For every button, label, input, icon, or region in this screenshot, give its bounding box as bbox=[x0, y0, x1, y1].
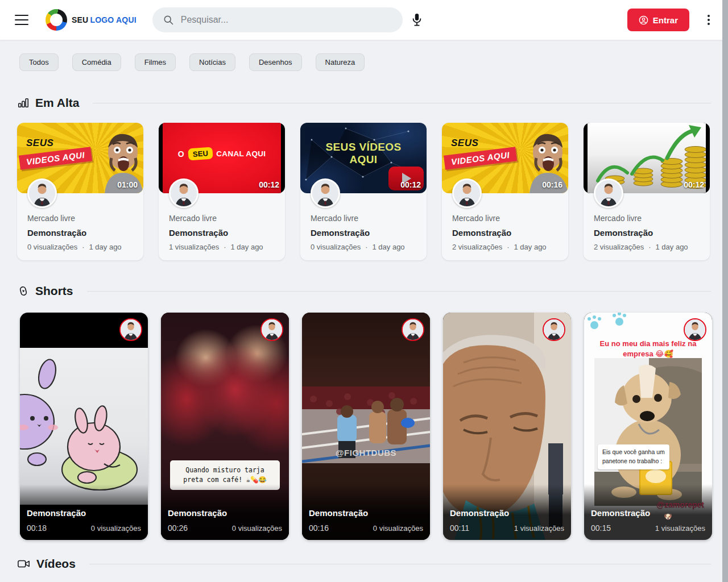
videos-section-header: Vídeos bbox=[17, 557, 711, 571]
short-watermark: @FIGHTDUBS bbox=[302, 448, 430, 458]
meta-separator: · bbox=[224, 243, 226, 251]
short-views: 0 visualizações bbox=[373, 524, 423, 533]
logo-text: SEULOGO AQUI bbox=[72, 15, 136, 24]
more-options-icon[interactable] bbox=[704, 13, 713, 27]
short-overlay: Demonstração 00:15 1 visualizações bbox=[584, 484, 712, 540]
channel-name[interactable]: Mercado livre bbox=[594, 214, 700, 223]
short-views: 0 visualizações bbox=[232, 524, 282, 533]
video-duration: 00:16 bbox=[542, 180, 562, 189]
short-title: Demonstração bbox=[168, 508, 282, 518]
mic-icon[interactable] bbox=[411, 13, 423, 27]
chip-todos[interactable]: Todos bbox=[19, 53, 59, 71]
short-card[interactable]: Demonstração 00:18 0 visualizações bbox=[20, 313, 148, 540]
video-age: 1 day ago bbox=[231, 243, 263, 251]
signin-button[interactable]: Entrar bbox=[627, 9, 689, 31]
view-count: 2 visualizações bbox=[452, 243, 502, 251]
trending-section-header: Em Alta bbox=[17, 96, 711, 110]
trending-section-title: Em Alta bbox=[35, 96, 79, 110]
channel-avatar[interactable] bbox=[452, 178, 482, 208]
short-channel-avatar[interactable] bbox=[260, 318, 283, 341]
video-title[interactable]: Demonstração bbox=[311, 228, 416, 238]
menu-icon[interactable] bbox=[15, 15, 28, 25]
channel-avatar[interactable] bbox=[169, 178, 198, 208]
channel-avatar[interactable] bbox=[27, 178, 57, 208]
short-duration: 00:15 bbox=[591, 523, 611, 533]
chip-filmes[interactable]: Filmes bbox=[135, 53, 176, 71]
channel-name[interactable]: Mercado livre bbox=[27, 214, 133, 223]
meta-separator: · bbox=[507, 243, 509, 251]
video-age: 1 day ago bbox=[373, 243, 405, 251]
video-title[interactable]: Demonstração bbox=[169, 228, 275, 238]
channel-name[interactable]: Mercado livre bbox=[311, 214, 416, 223]
short-channel-avatar[interactable] bbox=[402, 318, 424, 341]
short-card[interactable]: @FIGHTDUBS Demonstração 00:16 0 visualiz… bbox=[302, 313, 430, 540]
trending-icon bbox=[17, 97, 30, 109]
view-count: 2 visualizações bbox=[594, 243, 644, 251]
logo-text-part1: SEU bbox=[72, 15, 88, 24]
short-card[interactable]: Eu no meu dia mais feliz na empresa 😂🥰 E… bbox=[584, 313, 712, 540]
short-title: Demonstração bbox=[450, 508, 564, 518]
short-caption-line: panetone no trabalho : bbox=[602, 457, 665, 466]
short-channel-avatar[interactable] bbox=[119, 318, 142, 341]
trending-video-card[interactable]: SEUS VIDEOS AQUI 01:00 Mercado livre Dem… bbox=[17, 123, 143, 260]
channel-avatar[interactable] bbox=[311, 178, 340, 208]
thumb-banner-text: VIDEOS AQUI bbox=[19, 147, 92, 169]
video-meta: 1 visualizações · 1 day ago bbox=[169, 243, 275, 251]
person-icon bbox=[639, 15, 648, 25]
video-age: 1 day ago bbox=[89, 243, 122, 251]
category-chips: Todos Comédia Filmes Notícias Desenhos N… bbox=[0, 40, 728, 71]
shorts-icon bbox=[17, 285, 30, 297]
video-meta: 2 visualizações · 1 day ago bbox=[594, 243, 700, 251]
shorts-section-title: Shorts bbox=[35, 284, 73, 298]
section-divider bbox=[89, 564, 711, 564]
trending-video-card[interactable]: SEUS VIDEOS AQUI 00:16 Mercado livre Dem… bbox=[442, 123, 568, 260]
video-meta: 0 visualizações · 1 day ago bbox=[311, 243, 416, 251]
dog-emoji: 🐶 bbox=[664, 513, 672, 521]
short-duration: 00:26 bbox=[168, 523, 188, 533]
video-title[interactable]: Demonstração bbox=[27, 228, 133, 238]
search-bar[interactable] bbox=[152, 7, 403, 32]
site-logo[interactable]: SEULOGO AQUI bbox=[46, 9, 136, 31]
video-title[interactable]: Demonstração bbox=[452, 228, 558, 238]
short-title: Demonstração bbox=[27, 508, 141, 518]
trending-video-card[interactable]: 00:12 Mercado livre Demonstração 2 visua… bbox=[584, 123, 710, 260]
short-channel-avatar[interactable] bbox=[543, 318, 565, 341]
video-title[interactable]: Demonstração bbox=[594, 228, 700, 238]
channel-name[interactable]: Mercado livre bbox=[169, 214, 275, 223]
search-input[interactable] bbox=[181, 15, 392, 25]
channel-name[interactable]: Mercado livre bbox=[452, 214, 558, 223]
thumb-text: SEUS bbox=[26, 138, 53, 149]
chip-desenhos[interactable]: Desenhos bbox=[249, 53, 302, 71]
short-channel-avatar[interactable] bbox=[684, 318, 706, 341]
chip-noticias[interactable]: Notícias bbox=[189, 53, 235, 71]
trending-video-card[interactable]: SEUS VÍDEOS AQUI 00:12 Mercado livre Dem… bbox=[300, 123, 427, 260]
short-card[interactable]: Quando misturo tarja preta com café! ☕💊😂… bbox=[161, 313, 289, 540]
section-divider bbox=[93, 103, 711, 103]
short-title: Demonstração bbox=[309, 508, 423, 518]
thumb-text: SEUS bbox=[451, 138, 478, 149]
logo-swirl-icon bbox=[46, 9, 67, 31]
search-icon bbox=[163, 14, 174, 26]
short-card[interactable]: Demonstração 00:11 1 visualizações bbox=[443, 313, 571, 540]
video-age: 1 day ago bbox=[656, 243, 688, 251]
view-count: 1 visualizações bbox=[169, 243, 219, 251]
video-duration: 00:12 bbox=[259, 180, 279, 189]
chip-comedia[interactable]: Comédia bbox=[72, 53, 121, 71]
trending-video-card[interactable]: O SEU CANAL AQUI 00:12 Mercado livre Dem… bbox=[159, 123, 285, 260]
video-duration: 01:00 bbox=[117, 180, 138, 189]
chip-natureza[interactable]: Natureza bbox=[316, 53, 365, 71]
videos-icon bbox=[17, 558, 31, 570]
short-duration: 00:18 bbox=[27, 523, 47, 533]
view-count: 0 visualizações bbox=[27, 243, 77, 251]
short-views: 1 visualizações bbox=[655, 524, 705, 533]
channel-avatar[interactable] bbox=[594, 178, 623, 208]
thumb-text: O bbox=[178, 149, 184, 159]
short-overlay: Demonstração 00:18 0 visualizações bbox=[20, 484, 148, 540]
thumb-text: CANAL AQUI bbox=[216, 149, 266, 158]
short-caption-line: Eis que você ganha um bbox=[602, 448, 665, 457]
short-overlay: Demonstração 00:11 1 visualizações bbox=[443, 484, 571, 540]
page-scrollbar[interactable] bbox=[722, 0, 728, 582]
short-duration: 00:11 bbox=[450, 523, 469, 533]
short-overlay: Demonstração 00:16 0 visualizações bbox=[302, 484, 430, 540]
thumb-banner-text: VIDEOS AQUI bbox=[444, 147, 517, 169]
